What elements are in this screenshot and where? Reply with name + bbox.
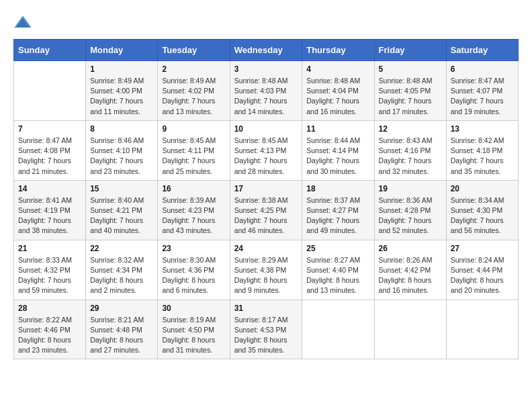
- calendar-cell: 17Sunrise: 8:38 AMSunset: 4:25 PMDayligh…: [230, 180, 302, 240]
- calendar-cell: 5Sunrise: 8:48 AMSunset: 4:05 PMDaylight…: [374, 61, 446, 121]
- day-info: Sunrise: 8:39 AMSunset: 4:23 PMDaylight:…: [162, 195, 225, 236]
- calendar-cell: 26Sunrise: 8:26 AMSunset: 4:42 PMDayligh…: [374, 240, 446, 300]
- day-info: Sunrise: 8:46 AMSunset: 4:10 PMDaylight:…: [90, 136, 153, 177]
- day-number: 11: [306, 124, 369, 134]
- calendar-cell: 14Sunrise: 8:41 AMSunset: 4:19 PMDayligh…: [14, 180, 86, 240]
- day-info: Sunrise: 8:36 AMSunset: 4:28 PMDaylight:…: [379, 195, 442, 236]
- day-info: Sunrise: 8:40 AMSunset: 4:21 PMDaylight:…: [90, 195, 153, 236]
- day-number: 1: [90, 64, 153, 74]
- day-number: 13: [451, 124, 514, 134]
- calendar-cell: 3Sunrise: 8:48 AMSunset: 4:03 PMDaylight…: [230, 61, 302, 121]
- day-number: 22: [90, 244, 153, 253]
- day-info: Sunrise: 8:48 AMSunset: 4:04 PMDaylight:…: [306, 76, 369, 117]
- day-info: Sunrise: 8:48 AMSunset: 4:05 PMDaylight:…: [379, 76, 442, 117]
- weekday-header-tuesday: Tuesday: [158, 40, 230, 61]
- page-header: [13, 13, 519, 32]
- calendar-cell: 16Sunrise: 8:39 AMSunset: 4:23 PMDayligh…: [158, 180, 230, 240]
- calendar-cell: [302, 300, 374, 359]
- logo-icon: [13, 13, 32, 32]
- day-info: Sunrise: 8:34 AMSunset: 4:30 PMDaylight:…: [451, 195, 514, 236]
- weekday-header-friday: Friday: [374, 40, 446, 61]
- day-number: 27: [451, 244, 514, 253]
- weekday-header-sunday: Sunday: [14, 40, 86, 61]
- calendar-cell: 20Sunrise: 8:34 AMSunset: 4:30 PMDayligh…: [446, 180, 518, 240]
- calendar-cell: 13Sunrise: 8:42 AMSunset: 4:18 PMDayligh…: [446, 120, 518, 180]
- day-number: 2: [162, 64, 225, 74]
- calendar-week-2: 7Sunrise: 8:47 AMSunset: 4:08 PMDaylight…: [14, 120, 519, 180]
- calendar-cell: 7Sunrise: 8:47 AMSunset: 4:08 PMDaylight…: [14, 120, 86, 180]
- day-number: 26: [379, 244, 442, 253]
- day-info: Sunrise: 8:24 AMSunset: 4:44 PMDaylight:…: [451, 255, 514, 296]
- day-info: Sunrise: 8:33 AMSunset: 4:32 PMDaylight:…: [18, 255, 81, 296]
- day-info: Sunrise: 8:47 AMSunset: 4:08 PMDaylight:…: [18, 136, 81, 177]
- day-info: Sunrise: 8:38 AMSunset: 4:25 PMDaylight:…: [234, 195, 298, 236]
- day-number: 9: [162, 124, 225, 134]
- calendar-cell: 4Sunrise: 8:48 AMSunset: 4:04 PMDaylight…: [302, 61, 374, 121]
- weekday-header-monday: Monday: [86, 40, 158, 61]
- logo: [13, 13, 35, 32]
- calendar-cell: 18Sunrise: 8:37 AMSunset: 4:27 PMDayligh…: [302, 180, 374, 240]
- calendar-cell: 22Sunrise: 8:32 AMSunset: 4:34 PMDayligh…: [86, 240, 158, 300]
- day-info: Sunrise: 8:45 AMSunset: 4:13 PMDaylight:…: [234, 136, 298, 177]
- calendar-table: SundayMondayTuesdayWednesdayThursdayFrid…: [13, 39, 519, 359]
- weekday-header-saturday: Saturday: [446, 40, 518, 61]
- day-number: 14: [18, 184, 81, 193]
- calendar-cell: 2Sunrise: 8:49 AMSunset: 4:02 PMDaylight…: [158, 61, 230, 121]
- day-info: Sunrise: 8:27 AMSunset: 4:40 PMDaylight:…: [306, 255, 369, 296]
- day-info: Sunrise: 8:17 AMSunset: 4:53 PMDaylight:…: [234, 315, 298, 356]
- calendar-cell: 21Sunrise: 8:33 AMSunset: 4:32 PMDayligh…: [14, 240, 86, 300]
- day-info: Sunrise: 8:30 AMSunset: 4:36 PMDaylight:…: [162, 255, 225, 296]
- day-number: 5: [379, 64, 442, 74]
- day-number: 23: [162, 244, 225, 253]
- day-info: Sunrise: 8:42 AMSunset: 4:18 PMDaylight:…: [451, 136, 514, 177]
- day-info: Sunrise: 8:26 AMSunset: 4:42 PMDaylight:…: [379, 255, 442, 296]
- calendar-cell: 11Sunrise: 8:44 AMSunset: 4:14 PMDayligh…: [302, 120, 374, 180]
- day-info: Sunrise: 8:32 AMSunset: 4:34 PMDaylight:…: [90, 255, 153, 296]
- day-number: 7: [18, 124, 81, 134]
- calendar-cell: 23Sunrise: 8:30 AMSunset: 4:36 PMDayligh…: [158, 240, 230, 300]
- calendar-cell: 31Sunrise: 8:17 AMSunset: 4:53 PMDayligh…: [230, 300, 302, 359]
- calendar-cell: [14, 61, 86, 121]
- day-info: Sunrise: 8:44 AMSunset: 4:14 PMDaylight:…: [306, 136, 369, 177]
- calendar-cell: 28Sunrise: 8:22 AMSunset: 4:46 PMDayligh…: [14, 300, 86, 359]
- day-info: Sunrise: 8:29 AMSunset: 4:38 PMDaylight:…: [234, 255, 298, 296]
- day-info: Sunrise: 8:21 AMSunset: 4:48 PMDaylight:…: [90, 315, 153, 356]
- day-number: 15: [90, 184, 153, 193]
- calendar-cell: 6Sunrise: 8:47 AMSunset: 4:07 PMDaylight…: [446, 61, 518, 121]
- calendar-cell: 9Sunrise: 8:45 AMSunset: 4:11 PMDaylight…: [158, 120, 230, 180]
- day-number: 28: [18, 304, 81, 313]
- day-number: 25: [306, 244, 369, 253]
- calendar-header-row: SundayMondayTuesdayWednesdayThursdayFrid…: [14, 40, 519, 61]
- day-number: 30: [162, 304, 225, 313]
- weekday-header-thursday: Thursday: [302, 40, 374, 61]
- day-number: 10: [234, 124, 298, 134]
- calendar-cell: 19Sunrise: 8:36 AMSunset: 4:28 PMDayligh…: [374, 180, 446, 240]
- calendar-cell: 29Sunrise: 8:21 AMSunset: 4:48 PMDayligh…: [86, 300, 158, 359]
- day-number: 31: [234, 304, 298, 313]
- calendar-cell: [446, 300, 518, 359]
- day-number: 12: [379, 124, 442, 134]
- calendar-cell: 10Sunrise: 8:45 AMSunset: 4:13 PMDayligh…: [230, 120, 302, 180]
- calendar-week-4: 21Sunrise: 8:33 AMSunset: 4:32 PMDayligh…: [14, 240, 519, 300]
- day-number: 18: [306, 184, 369, 193]
- day-number: 6: [451, 64, 514, 74]
- calendar-week-1: 1Sunrise: 8:49 AMSunset: 4:00 PMDaylight…: [14, 61, 519, 121]
- calendar-cell: 30Sunrise: 8:19 AMSunset: 4:50 PMDayligh…: [158, 300, 230, 359]
- calendar-week-5: 28Sunrise: 8:22 AMSunset: 4:46 PMDayligh…: [14, 300, 519, 359]
- day-info: Sunrise: 8:49 AMSunset: 4:00 PMDaylight:…: [90, 76, 153, 117]
- calendar-week-3: 14Sunrise: 8:41 AMSunset: 4:19 PMDayligh…: [14, 180, 519, 240]
- weekday-header-wednesday: Wednesday: [230, 40, 302, 61]
- calendar-cell: 1Sunrise: 8:49 AMSunset: 4:00 PMDaylight…: [86, 61, 158, 121]
- day-number: 8: [90, 124, 153, 134]
- day-number: 29: [90, 304, 153, 313]
- day-info: Sunrise: 8:19 AMSunset: 4:50 PMDaylight:…: [162, 315, 225, 356]
- day-number: 3: [234, 64, 298, 74]
- day-number: 24: [234, 244, 298, 253]
- day-number: 21: [18, 244, 81, 253]
- calendar-cell: 27Sunrise: 8:24 AMSunset: 4:44 PMDayligh…: [446, 240, 518, 300]
- day-number: 4: [306, 64, 369, 74]
- day-number: 20: [451, 184, 514, 193]
- calendar-cell: 24Sunrise: 8:29 AMSunset: 4:38 PMDayligh…: [230, 240, 302, 300]
- calendar-cell: 12Sunrise: 8:43 AMSunset: 4:16 PMDayligh…: [374, 120, 446, 180]
- day-number: 19: [379, 184, 442, 193]
